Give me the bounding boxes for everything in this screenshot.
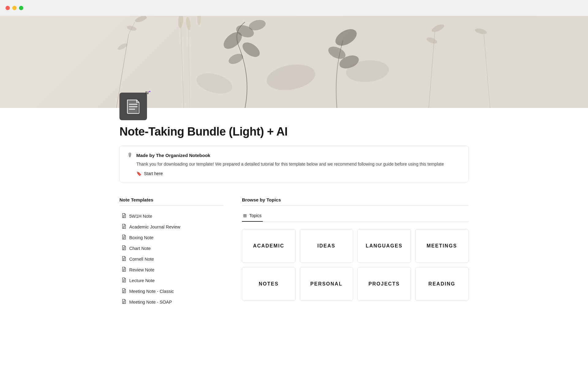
- note-item-label: Meeting Note - SOAP: [129, 300, 172, 305]
- topic-label: READING: [428, 281, 455, 287]
- topic-label: ACADEMIC: [253, 243, 284, 249]
- note-list: 5W1H Note Academic Journal Review Boxing…: [119, 211, 224, 307]
- page-content: AI✦ Note-Taking Bundle (Light) + AI Made…: [95, 108, 493, 325]
- doc-icon: [122, 256, 126, 262]
- doc-icon: [122, 224, 126, 230]
- maximize-button[interactable]: [19, 6, 23, 10]
- doc-icon: [122, 213, 126, 219]
- document-icon: [125, 98, 141, 115]
- note-list-item[interactable]: Academic Journal Review: [119, 222, 224, 232]
- topic-card[interactable]: PERSONAL: [300, 267, 353, 301]
- note-item-label: Meeting Note - Classic: [129, 289, 174, 294]
- note-item-label: Review Note: [129, 267, 154, 272]
- note-list-item[interactable]: Lecture Note: [119, 276, 224, 285]
- page-icon-wrap: AI✦: [119, 93, 147, 120]
- bulb-icon: [127, 152, 133, 158]
- doc-icon: [122, 278, 126, 283]
- note-list-item[interactable]: Meeting Note - SOAP: [119, 297, 224, 307]
- callout-header: Made by The Organized Notebook: [127, 152, 461, 158]
- info-callout: Made by The Organized Notebook Thank you…: [119, 146, 469, 182]
- topic-card[interactable]: PROJECTS: [357, 267, 411, 301]
- topic-card[interactable]: ACADEMIC: [242, 229, 296, 263]
- callout-body: Thank you for downloading our template! …: [136, 161, 461, 167]
- topic-label: IDEAS: [317, 243, 335, 249]
- note-item-label: Lecture Note: [129, 278, 155, 283]
- topic-label: LANGUAGES: [366, 243, 402, 249]
- svg-point-32: [129, 153, 131, 155]
- doc-icon: [122, 288, 126, 294]
- bookmark-icon: 🔖: [136, 171, 141, 176]
- topic-label: NOTES: [259, 281, 279, 287]
- start-here-label: Start here: [144, 171, 163, 176]
- hero-banner: [0, 16, 588, 108]
- browse-title: Browse by Topics: [242, 197, 469, 206]
- note-item-label: Chart Note: [129, 246, 151, 251]
- browse-topics-column: Browse by Topics ⊞ Topics ACADEMICIDEASL…: [242, 197, 469, 301]
- topic-card[interactable]: READING: [415, 267, 469, 301]
- start-here-link[interactable]: 🔖 Start here: [136, 171, 461, 176]
- note-item-label: Academic Journal Review: [129, 224, 180, 229]
- topics-grid: ACADEMICIDEASLANGUAGESMEETINGSNOTESPERSO…: [242, 229, 469, 301]
- titlebar: [0, 0, 588, 16]
- topic-label: PROJECTS: [368, 281, 400, 287]
- topic-card[interactable]: IDEAS: [300, 229, 353, 263]
- note-list-item[interactable]: Boxing Note: [119, 233, 224, 242]
- note-item-label: 5W1H Note: [129, 214, 152, 219]
- topic-card[interactable]: MEETINGS: [415, 229, 469, 263]
- note-item-label: Boxing Note: [129, 235, 153, 240]
- minimize-button[interactable]: [12, 6, 17, 10]
- grid-icon: ⊞: [243, 213, 247, 218]
- page-title: Note-Taking Bundle (Light) + AI: [119, 125, 469, 138]
- close-button[interactable]: [6, 6, 10, 10]
- note-list-item[interactable]: Review Note: [119, 265, 224, 274]
- note-list-item[interactable]: Chart Note: [119, 243, 224, 253]
- doc-icon: [122, 245, 126, 251]
- svg-rect-0: [0, 16, 588, 108]
- topic-label: MEETINGS: [427, 243, 457, 249]
- topic-card[interactable]: NOTES: [242, 267, 296, 301]
- tabs-bar: ⊞ Topics: [242, 210, 469, 222]
- main-columns: Note Templates 5W1H Note Academic Journa…: [119, 197, 469, 307]
- note-item-label: Cornell Note: [129, 257, 154, 262]
- tab-topics[interactable]: ⊞ Topics: [242, 210, 263, 222]
- doc-icon: [122, 235, 126, 240]
- page-icon: [119, 93, 147, 120]
- callout-author: Made by The Organized Notebook: [136, 153, 210, 158]
- topic-card[interactable]: LANGUAGES: [357, 229, 411, 263]
- doc-icon: [122, 299, 126, 305]
- topic-label: PERSONAL: [310, 281, 342, 287]
- tab-topics-label: Topics: [249, 213, 262, 218]
- note-list-item[interactable]: 5W1H Note: [119, 211, 224, 221]
- note-list-item[interactable]: Meeting Note - Classic: [119, 286, 224, 296]
- note-templates-title: Note Templates: [119, 197, 224, 206]
- ai-badge: AI✦: [145, 90, 151, 95]
- note-list-item[interactable]: Cornell Note: [119, 254, 224, 264]
- note-templates-column: Note Templates 5W1H Note Academic Journa…: [119, 197, 224, 307]
- doc-icon: [122, 267, 126, 273]
